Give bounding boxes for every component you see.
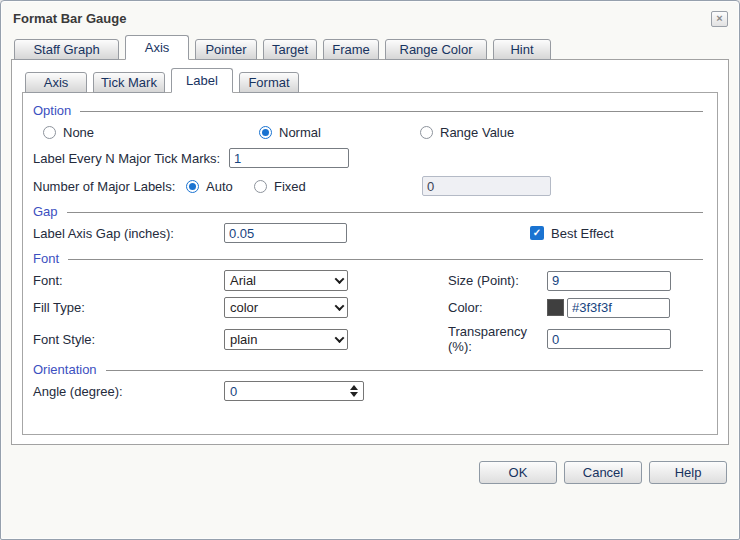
primary-tab-row: Staff Graph Axis Pointer Target Frame Ra… bbox=[11, 35, 729, 60]
size-input[interactable] bbox=[547, 271, 671, 291]
tab-axis[interactable]: Axis bbox=[125, 35, 189, 60]
angle-row: Angle (degree): 0 bbox=[33, 381, 705, 401]
radio-auto[interactable]: Auto bbox=[186, 179, 254, 194]
font-select[interactable]: Arial bbox=[224, 270, 348, 291]
footer-button-bar: OK Cancel Help bbox=[1, 461, 727, 484]
format-bar-gauge-dialog: Format Bar Gauge × Staff Graph Axis Poin… bbox=[0, 0, 740, 540]
axis-gap-input[interactable] bbox=[224, 223, 347, 243]
transparency-input[interactable] bbox=[547, 329, 671, 349]
subtab-axis[interactable]: Axis bbox=[25, 72, 87, 93]
size-label: Size (Point): bbox=[448, 273, 547, 288]
color-label: Color: bbox=[448, 300, 547, 315]
fill-type-select[interactable]: color bbox=[224, 297, 348, 318]
angle-spinner[interactable]: 0 bbox=[224, 381, 364, 401]
separator-line bbox=[80, 111, 703, 112]
axis-gap-label: Label Axis Gap (inches): bbox=[33, 226, 224, 241]
font-style-row: Font Style: plain Transparency (%): bbox=[33, 324, 705, 354]
best-effect-checkbox[interactable]: ✓ bbox=[530, 226, 544, 240]
fixed-count-input bbox=[422, 176, 551, 196]
subtab-label[interactable]: Label bbox=[171, 68, 233, 93]
label-subtab-panel: Option None Normal Range Value Label Eve… bbox=[22, 92, 718, 435]
best-effect-label: Best Effect bbox=[551, 226, 614, 241]
font-row: Font: Arial Size (Point): bbox=[33, 270, 705, 291]
orientation-section-header: Orientation bbox=[33, 362, 705, 377]
label-every-label: Label Every N Major Tick Marks: bbox=[33, 151, 229, 166]
subtab-tick-mark[interactable]: Tick Mark bbox=[93, 72, 165, 93]
dialog-title: Format Bar Gauge bbox=[13, 11, 126, 26]
angle-label: Angle (degree): bbox=[33, 384, 224, 399]
radio-auto-icon[interactable] bbox=[186, 180, 199, 193]
option-section-header: Option bbox=[33, 103, 705, 118]
dialog-titlebar: Format Bar Gauge bbox=[1, 1, 739, 35]
option-radio-row: None Normal Range Value bbox=[33, 122, 705, 142]
font-label: Font: bbox=[33, 273, 224, 288]
num-major-label: Number of Major Labels: bbox=[33, 179, 186, 194]
num-major-row: Number of Major Labels: Auto Fixed bbox=[33, 176, 705, 196]
label-every-input[interactable] bbox=[229, 148, 349, 168]
gap-section-header: Gap bbox=[33, 204, 705, 219]
tab-hint[interactable]: Hint bbox=[493, 39, 551, 60]
chevron-down-icon bbox=[331, 336, 347, 343]
color-swatch[interactable] bbox=[547, 299, 564, 316]
font-section-header: Font bbox=[33, 251, 705, 266]
subtab-format[interactable]: Format bbox=[239, 72, 299, 93]
tab-target[interactable]: Target bbox=[263, 39, 317, 60]
ok-button[interactable]: OK bbox=[479, 461, 557, 484]
chevron-down-icon bbox=[331, 304, 347, 311]
radio-fixed[interactable]: Fixed bbox=[254, 179, 324, 194]
separator-line bbox=[68, 259, 703, 260]
radio-normal-icon[interactable] bbox=[259, 126, 272, 139]
axis-gap-row: Label Axis Gap (inches): ✓ Best Effect bbox=[33, 223, 705, 243]
chevron-down-icon bbox=[331, 277, 347, 284]
radio-none-icon[interactable] bbox=[43, 126, 56, 139]
color-input[interactable] bbox=[567, 298, 670, 318]
label-every-row: Label Every N Major Tick Marks: bbox=[33, 148, 705, 168]
tab-staff-graph[interactable]: Staff Graph bbox=[14, 39, 119, 60]
help-button[interactable]: Help bbox=[649, 461, 727, 484]
radio-none[interactable]: None bbox=[33, 125, 259, 140]
tab-pointer[interactable]: Pointer bbox=[195, 39, 257, 60]
font-style-label: Font Style: bbox=[33, 332, 224, 347]
axis-tab-panel: Axis Tick Mark Label Format Option None … bbox=[11, 59, 729, 445]
spinner-up-icon[interactable] bbox=[350, 385, 358, 390]
radio-range-value[interactable]: Range Value bbox=[420, 125, 514, 140]
close-icon[interactable]: × bbox=[711, 11, 728, 27]
font-style-select[interactable]: plain bbox=[224, 329, 348, 350]
separator-line bbox=[67, 212, 703, 213]
best-effect-checkbox-group[interactable]: ✓ Best Effect bbox=[530, 226, 614, 241]
radio-fixed-icon[interactable] bbox=[254, 180, 267, 193]
cancel-button[interactable]: Cancel bbox=[564, 461, 642, 484]
tab-range-color[interactable]: Range Color bbox=[385, 39, 487, 60]
spinner-buttons bbox=[345, 382, 363, 400]
spinner-down-icon[interactable] bbox=[350, 392, 358, 397]
fill-type-label: Fill Type: bbox=[33, 300, 224, 315]
radio-range-value-icon[interactable] bbox=[420, 126, 433, 139]
check-icon: ✓ bbox=[533, 227, 541, 238]
tab-frame[interactable]: Frame bbox=[323, 39, 379, 60]
separator-line bbox=[106, 370, 703, 371]
angle-value[interactable]: 0 bbox=[225, 384, 345, 399]
secondary-tab-row: Axis Tick Mark Label Format bbox=[22, 68, 728, 93]
fill-type-row: Fill Type: color Color: bbox=[33, 297, 705, 318]
radio-normal[interactable]: Normal bbox=[259, 125, 420, 140]
transparency-label: Transparency (%): bbox=[448, 324, 547, 354]
